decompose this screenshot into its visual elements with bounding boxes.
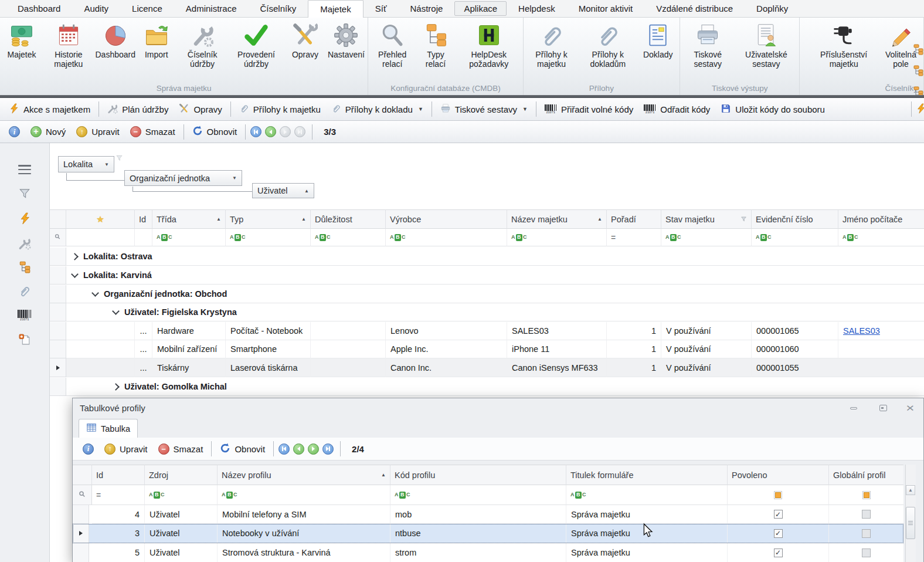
info-button[interactable]	[4, 126, 25, 137]
column-header-favorite[interactable]: ★	[66, 209, 135, 229]
menu-tab-administrace[interactable]: Administrace	[174, 0, 249, 17]
filter-cell-id[interactable]	[92, 485, 145, 505]
filter-cell-zdroj[interactable]	[145, 485, 218, 505]
vertical-scrollbar[interactable]: ▲	[905, 465, 916, 562]
org-chart-icon[interactable]	[18, 260, 31, 273]
ribbon-button-opravy[interactable]: Opravy	[284, 19, 325, 84]
filter-cell-titulek[interactable]	[566, 485, 728, 505]
column-header-zdroj[interactable]: Zdroj	[145, 465, 218, 485]
column-header-trida[interactable]: Třída▲	[152, 209, 226, 229]
asset-row-sales03[interactable]: ... Hardware Počítač - Notebook Lenovo S…	[50, 322, 924, 340]
ribbon-button-dashboard[interactable]: Dashboard	[95, 19, 136, 84]
menu-tab-vzdalene-distribuce[interactable]: Vzdálené distribuce	[644, 0, 745, 17]
menu-tab-aplikace[interactable]: Aplikace	[454, 1, 507, 16]
computer-link[interactable]: SALES03	[843, 326, 880, 336]
tab-tabulka[interactable]: Tabulka	[79, 419, 138, 438]
cell-globalni[interactable]	[829, 524, 903, 543]
collapse-icon[interactable]	[91, 289, 99, 297]
first-record-button[interactable]	[250, 126, 261, 137]
group-row-org-jednotka-obchod[interactable]: Organizační jednotka: Obchod	[50, 285, 924, 303]
cell-expand-dots[interactable]: ...	[135, 358, 152, 377]
org-chart-icon[interactable]	[912, 65, 924, 79]
priradit-volne-kody-button[interactable]: Přiřadit volné kódy	[539, 104, 638, 114]
next-record-button[interactable]	[280, 126, 291, 137]
menu-tab-monitor-aktivit[interactable]: Monitor aktivit	[567, 0, 645, 17]
prilohy-k-dokladu-button[interactable]: Přílohy k dokladu ▼	[326, 103, 429, 115]
column-header-titulek-formulare[interactable]: Titulek formuláře	[566, 465, 728, 485]
filter-icon[interactable]	[740, 215, 747, 224]
groupby-field-organizacni-jednotka[interactable]: Organizační jednotka ▼	[124, 170, 242, 186]
ribbon-button-nastaveni[interactable]: Nastavení	[325, 19, 366, 84]
close-button[interactable]: ✕	[901, 402, 919, 414]
ribbon-button-tiskove-sestavy[interactable]: Tiskové sestavy	[681, 19, 734, 84]
obnovit-button[interactable]: Obnovit	[187, 126, 243, 138]
menu-tab-licence[interactable]: Licence	[120, 0, 174, 17]
filter-cell-favorite[interactable]	[66, 229, 135, 246]
filter-cell-id[interactable]	[135, 229, 152, 246]
filter-cell-stav[interactable]	[661, 229, 752, 246]
column-header-nazev-profilu[interactable]: Název profilu▲	[218, 465, 390, 485]
filter-cell-nazev[interactable]	[218, 485, 390, 505]
plan-udrzby-button[interactable]: Plán údržby	[102, 103, 174, 116]
filter-cell-evidencni[interactable]	[752, 229, 838, 246]
upravit-button[interactable]: Upravit	[71, 126, 125, 137]
cell-povoleno[interactable]	[728, 543, 829, 562]
menu-tab-sit[interactable]: Síť	[364, 0, 399, 17]
akce-s-majetkem-button[interactable]: Akce s majetkem	[4, 103, 96, 116]
menu-tab-audity[interactable]: Audity	[72, 0, 120, 17]
filter-cell-jmeno[interactable]	[838, 229, 924, 246]
new-document-icon[interactable]	[18, 333, 31, 346]
column-header-evidencni-cislo[interactable]: Evidenční číslo	[752, 209, 838, 229]
asset-row-canon[interactable]: ... Tiskárny Laserová tiskárna Canon Inc…	[50, 358, 924, 377]
collapse-icon[interactable]	[71, 270, 79, 278]
previous-record-button[interactable]	[265, 126, 276, 137]
filter-cell-typ[interactable]	[226, 229, 311, 246]
filter-cell-poradi[interactable]	[607, 229, 661, 246]
filter-cell-trida[interactable]	[152, 229, 226, 246]
ribbon-button-prilohy-k-dokladum[interactable]: Přílohy k dokladům	[579, 19, 638, 84]
next-record-button[interactable]	[308, 443, 319, 455]
column-header-jmeno-pocitace[interactable]: Jméno počítače	[838, 209, 924, 229]
menu-hamburger-icon[interactable]	[18, 163, 31, 176]
upravit-button[interactable]: Upravit	[99, 443, 153, 455]
column-header-nazev-majetku[interactable]: Název majetku▲	[507, 209, 607, 229]
ribbon-button-majetek[interactable]: Majetek	[1, 19, 42, 84]
ribbon-button-historie-majetku[interactable]: Historie majetku	[42, 19, 95, 84]
tiskove-sestavy-button[interactable]: Tiskové sestavy ▼	[435, 103, 533, 116]
odradit-kody-button[interactable]: Odřadit kódy	[638, 104, 715, 114]
smazat-button[interactable]: Smazat	[153, 443, 209, 455]
cell-globalni[interactable]	[829, 543, 903, 562]
filter-icon[interactable]	[116, 154, 123, 164]
cell-povoleno[interactable]	[728, 505, 829, 524]
minimize-button[interactable]	[845, 402, 862, 414]
barcode-icon[interactable]	[18, 309, 31, 321]
filter-cell-povoleno[interactable]	[728, 485, 829, 505]
cell-expand-dots[interactable]: ...	[135, 322, 152, 340]
ribbon-button-import[interactable]: Import	[136, 19, 177, 84]
menu-tab-ciselniky[interactable]: Číselníky	[249, 0, 308, 17]
ribbon-button-typy-relaci[interactable]: Typy relací	[415, 19, 456, 84]
filter-cell-vyrobce[interactable]	[386, 229, 507, 246]
filter-pin-icon[interactable]	[50, 229, 66, 246]
column-header-globalni-profil[interactable]: Globální profil	[829, 465, 903, 485]
obnovit-button[interactable]: Obnovit	[215, 443, 270, 455]
info-button[interactable]	[77, 443, 99, 455]
profile-row-ntbuse-selected[interactable]: 3 Uživatel Notebooky v užívání ntbuse Sp…	[73, 524, 903, 543]
column-header-stav-majetku[interactable]: Stav majetku	[661, 209, 752, 229]
groupby-field-uzivatel[interactable]: Uživatel ▲	[252, 183, 314, 198]
filter-icon[interactable]	[18, 187, 31, 200]
first-record-button[interactable]	[278, 443, 290, 455]
filter-cell-globalni[interactable]	[829, 485, 903, 505]
column-header-typ[interactable]: Typ▲	[226, 209, 311, 229]
profile-row-mob[interactable]: 4 Uživatel Mobilní telefony a SIM mob Sp…	[73, 505, 903, 524]
ribbon-button-prehled-relaci[interactable]: Přehled relací	[369, 19, 415, 84]
column-header-id[interactable]: Id	[135, 209, 152, 229]
scroll-up-button[interactable]: ▲	[906, 485, 915, 495]
profile-row-strom[interactable]: 5 Uživatel Stromová struktura - Karviná …	[73, 543, 903, 562]
collapse-icon[interactable]	[112, 307, 120, 315]
last-record-button[interactable]	[294, 126, 305, 137]
last-record-button[interactable]	[322, 443, 334, 455]
wrench-icon[interactable]	[18, 237, 31, 250]
ribbon-button-prilohy-k-majetku[interactable]: Přílohy k majetku	[525, 19, 579, 84]
novy-button[interactable]: Nový	[25, 126, 71, 137]
